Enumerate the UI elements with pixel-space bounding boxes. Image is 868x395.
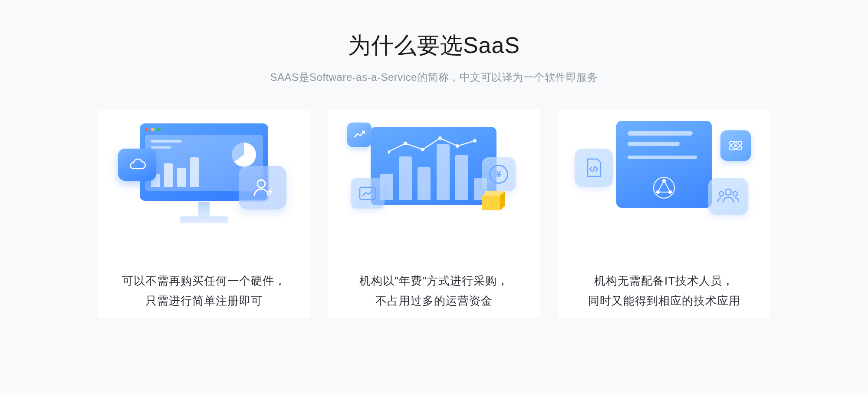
bar-chart-icon [371, 127, 496, 205]
add-user-icon [239, 166, 286, 209]
card-description: 机构无需配备IT技术人员， 同时又能得到相应的技术应用 [575, 271, 753, 311]
section-title: 为什么要选SaaS [0, 30, 868, 61]
document-icon [616, 121, 712, 208]
svg-point-5 [456, 144, 459, 148]
trend-icon [347, 123, 372, 147]
share-icon [652, 176, 676, 200]
atom-icon [720, 130, 751, 161]
svg-point-6 [473, 139, 477, 143]
svg-point-3 [421, 148, 424, 151]
gold-cube-icon [482, 191, 505, 210]
section-subtitle: SAAS是Software-as-a-Service的简称，中文可以译为一个软件… [0, 70, 868, 84]
illustration-dashboard [130, 123, 278, 223]
card-description: 机构以"年费"方式进行采购， 不占用过多的运营资金 [346, 271, 522, 311]
desc-line2: 同时又能得到相应的技术应用 [588, 294, 740, 307]
illustration-analytics: ¥ [360, 123, 508, 223]
desc-line1: 可以不需再购买任何一个硬件， [122, 274, 286, 287]
desc-line1: 机构无需配备IT技术人员， [594, 274, 734, 287]
svg-point-16 [719, 192, 723, 196]
people-icon [708, 178, 748, 215]
currency-icon: ¥ [482, 157, 516, 191]
svg-point-15 [725, 189, 731, 195]
card-description: 可以不需再购买任何一个硬件， 只需进行简单注册即可 [109, 271, 299, 311]
code-icon [575, 149, 613, 187]
svg-point-4 [438, 136, 442, 140]
feature-card-payment: ¥ 机构以"年费"方式进行采购， 不占用过多的运营资金 [328, 110, 540, 318]
feature-card-tech: 机构无需配备IT技术人员， 同时又能得到相应的技术应用 [558, 110, 770, 318]
svg-point-2 [404, 142, 407, 145]
desc-line2: 只需进行简单注册即可 [145, 294, 263, 307]
svg-point-0 [257, 180, 265, 188]
desc-line1: 机构以"年费"方式进行采购， [359, 274, 509, 287]
mini-chart-icon [351, 178, 385, 209]
desc-line2: 不占用过多的运营资金 [375, 294, 493, 307]
svg-point-14 [734, 144, 737, 147]
svg-point-17 [733, 192, 737, 196]
cards-row: 可以不需再购买任何一个硬件， 只需进行简单注册即可 [0, 110, 868, 318]
illustration-tech [590, 123, 738, 223]
feature-card-hardware: 可以不需再购买任何一个硬件， 只需进行简单注册即可 [98, 110, 310, 318]
cloud-icon [118, 149, 156, 181]
